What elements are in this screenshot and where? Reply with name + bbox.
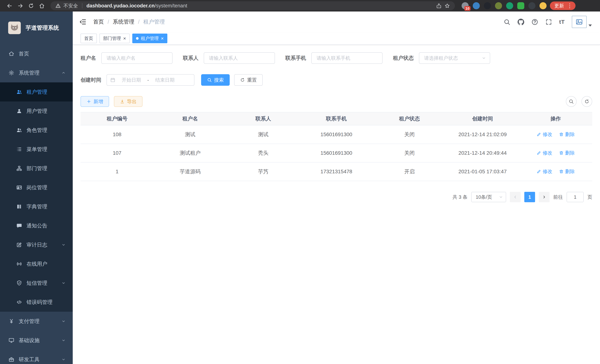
- search-button[interactable]: 搜索: [201, 74, 230, 86]
- browser-menu-kebab-icon[interactable]: ⋮: [567, 3, 572, 9]
- id-badge-icon: [16, 185, 22, 190]
- signal-icon: [16, 261, 22, 267]
- cell-status: 开启: [373, 162, 446, 181]
- users-icon: [16, 89, 22, 95]
- sidebar-item-infra[interactable]: 基础设施: [0, 331, 73, 350]
- sidebar-item-dict[interactable]: 字典管理: [0, 197, 73, 216]
- extension-icon-4[interactable]: [495, 2, 502, 9]
- sidebar-item-home[interactable]: 首页: [0, 44, 73, 63]
- sidebar-item-dept[interactable]: 部门管理: [0, 159, 73, 178]
- font-size-icon[interactable]: tT: [559, 19, 565, 25]
- reload-icon: [28, 3, 34, 9]
- toggle-search-button[interactable]: [566, 96, 577, 107]
- sidebar-item-system[interactable]: 系统管理: [0, 63, 73, 82]
- page-unit-label: 页: [587, 194, 592, 200]
- extension-icon-5[interactable]: [506, 2, 513, 9]
- close-icon[interactable]: ×: [123, 36, 126, 41]
- breadcrumb-system[interactable]: 系统管理: [113, 18, 134, 26]
- edit-link[interactable]: 修改: [536, 168, 552, 175]
- sidebar-item-sms[interactable]: 短信管理: [0, 273, 73, 293]
- tags-view-bar: 首页 部门管理× 租户管理×: [73, 32, 600, 45]
- edit-link[interactable]: 修改: [536, 150, 552, 156]
- refresh-table-button[interactable]: [581, 96, 592, 107]
- system-submenu: 租户管理 用户管理 角色管理 菜单管理 部门管理: [0, 82, 73, 312]
- help-icon[interactable]: [531, 19, 538, 25]
- app-logo-row[interactable]: 芋道管理系统: [0, 11, 73, 44]
- extension-icon-3[interactable]: [484, 2, 491, 9]
- browser-forward-button[interactable]: [15, 0, 26, 11]
- update-button[interactable]: 更新 ⋮: [550, 1, 575, 10]
- sidebar-item-online-users[interactable]: 在线用户: [0, 254, 73, 273]
- sidebar: 芋道管理系统 首页 系统管理 租户管理 用户管理: [0, 11, 73, 364]
- collapse-sidebar-icon[interactable]: [79, 18, 87, 26]
- page-size-select[interactable]: 10条/页: [471, 192, 506, 202]
- edit-link[interactable]: 修改: [536, 131, 552, 138]
- cell-contact: 芋艿: [227, 162, 300, 181]
- extension-icons: 10: [462, 2, 547, 9]
- sidebar-item-notice[interactable]: 通知公告: [0, 216, 73, 235]
- share-icon[interactable]: [436, 3, 442, 9]
- extension-icon-7[interactable]: [528, 2, 535, 9]
- user-icon: [16, 108, 22, 114]
- sidebar-item-post[interactable]: 岗位管理: [0, 178, 73, 197]
- browser-home-button[interactable]: [36, 0, 47, 11]
- table-row: 107 测试租户 秃头 15601691300 关闭 2021-12-14 20…: [81, 144, 592, 162]
- prev-page-button[interactable]: [510, 192, 521, 202]
- tenant-table: 租户编号 租户名 联系人 联系手机 租户状态 创建时间 操作 108 测试: [81, 112, 592, 181]
- tenant-status-select[interactable]: 请选择租户状态: [419, 52, 490, 64]
- github-icon[interactable]: [517, 19, 524, 25]
- extension-icon-2[interactable]: [473, 2, 480, 9]
- sidebar-item-role[interactable]: 角色管理: [0, 121, 73, 140]
- create-time-range-picker[interactable]: -: [106, 74, 194, 86]
- next-page-button[interactable]: [539, 192, 550, 202]
- cell-mobile: 17321315478: [300, 162, 373, 181]
- sidebar-item-devtools[interactable]: 研发工具: [0, 350, 73, 364]
- page-1-button[interactable]: 1: [524, 192, 535, 202]
- contact-input[interactable]: [204, 52, 275, 64]
- address-bar[interactable]: 不安全 dashboard.yudao.iocoder.cn/system/te…: [50, 1, 455, 10]
- end-date-input[interactable]: [150, 77, 179, 83]
- sidebar-item-tenant[interactable]: 租户管理: [0, 82, 73, 102]
- fullscreen-icon[interactable]: [545, 19, 552, 25]
- start-date-input[interactable]: [117, 77, 146, 83]
- table-row: 1 芋道源码 芋艿 17321315478 开启 2021-01-05 17:0…: [81, 162, 592, 181]
- col-contact: 联系人: [227, 112, 300, 125]
- export-button[interactable]: 导出: [114, 96, 142, 107]
- col-created: 创建时间: [446, 112, 519, 125]
- sidebar-item-payment[interactable]: 支付管理: [0, 312, 73, 331]
- briefcase-icon: [9, 357, 14, 362]
- mobile-input[interactable]: [311, 52, 383, 64]
- extension-icon-6[interactable]: [517, 2, 524, 9]
- browser-back-button[interactable]: [4, 0, 15, 11]
- delete-link[interactable]: 删除: [559, 131, 575, 138]
- col-tenant-name: 租户名: [154, 112, 227, 125]
- goto-page-input[interactable]: [567, 192, 584, 202]
- bookmark-star-icon[interactable]: [444, 3, 450, 9]
- browser-reload-button[interactable]: [26, 0, 36, 11]
- tab-dept[interactable]: 部门管理×: [99, 34, 130, 43]
- sidebar-item-menu[interactable]: 菜单管理: [0, 140, 73, 159]
- tab-home[interactable]: 首页: [81, 34, 97, 43]
- extension-icon-1[interactable]: 10: [462, 2, 469, 9]
- shield-check-icon: [16, 280, 22, 286]
- status-label: 租户状态: [393, 55, 414, 62]
- chevron-right-icon: [542, 195, 546, 199]
- tenant-name-input[interactable]: [101, 52, 173, 64]
- breadcrumb-home[interactable]: 首页: [93, 18, 104, 26]
- sidebar-item-audit-log[interactable]: 审计日志: [0, 235, 73, 254]
- delete-link[interactable]: 删除: [559, 168, 575, 175]
- delete-link[interactable]: 删除: [559, 150, 575, 156]
- refresh-icon: [584, 99, 590, 104]
- profile-avatar-icon[interactable]: [540, 2, 547, 9]
- search-icon[interactable]: [504, 19, 510, 25]
- add-button[interactable]: 新增: [81, 96, 109, 107]
- sidebar-item-error-code[interactable]: 错误码管理: [0, 293, 73, 312]
- sidebar-item-user[interactable]: 用户管理: [0, 102, 73, 121]
- col-actions: 操作: [519, 112, 592, 125]
- message-icon: [16, 223, 22, 229]
- table-toolbar: 新增 导出: [81, 96, 592, 107]
- user-avatar[interactable]: [572, 16, 592, 28]
- tab-tenant[interactable]: 租户管理×: [132, 34, 167, 43]
- close-icon[interactable]: ×: [161, 36, 164, 41]
- reset-button[interactable]: 重置: [234, 74, 263, 86]
